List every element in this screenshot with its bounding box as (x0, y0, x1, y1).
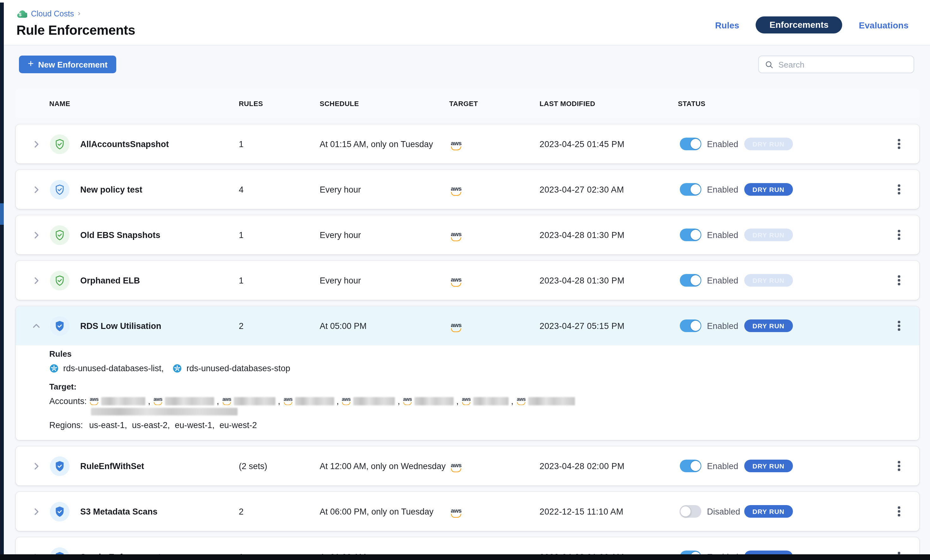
row-menu-button[interactable] (892, 181, 907, 198)
status-label: Disabled (707, 507, 742, 516)
row-menu-button[interactable] (892, 503, 907, 520)
chevron-right-icon (31, 185, 41, 194)
regions-label: Regions: (49, 420, 83, 430)
status-toggle[interactable] (680, 460, 701, 472)
status-label: Enabled (707, 185, 742, 194)
aws-logo-icon: aws (342, 397, 351, 405)
tab-rules[interactable]: Rules (715, 20, 739, 30)
status-toggle[interactable] (680, 274, 701, 287)
table-row: S3 Metadata Scans 2 At 06:00 PM, only on… (16, 492, 919, 531)
table-row: New policy test 4 Every hour aws 2023-04… (16, 170, 919, 209)
new-enforcement-button[interactable]: + New Enforcement (19, 55, 116, 73)
row-menu-button[interactable] (892, 226, 907, 244)
page-header: $ Cloud Costs › Rule Enforcements Rules … (4, 0, 930, 46)
status-label: Enabled (707, 321, 742, 330)
status-label: Enabled (707, 230, 742, 239)
region-name: eu-west-1, (172, 420, 215, 430)
aws-logo-icon: aws (403, 397, 412, 405)
breadcrumb-cloud-costs-link[interactable]: Cloud Costs (31, 9, 74, 18)
toggle-knob (690, 275, 701, 286)
enforcement-shield-icon (50, 134, 69, 154)
dry-run-badge: DRY RUN (744, 319, 793, 332)
aws-logo-icon: aws (449, 323, 463, 332)
enforcement-shield-icon (50, 456, 69, 476)
aws-logo-icon: aws (154, 397, 162, 405)
last-modified: 2023-04-28 02:00 PM (540, 461, 678, 471)
tab-enforcements[interactable]: Enforcements (756, 17, 842, 34)
schedule-text: Every hour (320, 230, 449, 239)
enforcements-table: NAME RULES SCHEDULE TARGET LAST MODIFIED… (16, 88, 919, 560)
schedule-text: Every hour (320, 185, 449, 194)
dry-run-badge: DRY RUN (744, 505, 793, 518)
enforcement-name[interactable]: New policy test (80, 185, 239, 194)
table-row: Old EBS Snapshots 1 Every hour aws 2023-… (16, 215, 919, 255)
rules-count: 1 (239, 230, 320, 239)
dry-run-badge: DRY RUN (744, 460, 793, 472)
new-enforcement-label: New Enforcement (38, 60, 108, 69)
row-menu-button[interactable] (892, 135, 907, 153)
search-icon (764, 60, 774, 69)
chevron-right-icon (31, 139, 41, 149)
dry-run-badge: DRY RUN (744, 229, 793, 241)
search-input[interactable] (778, 60, 908, 69)
status-toggle[interactable] (680, 138, 701, 150)
dry-run-badge: DRY RUN (744, 183, 793, 196)
cloud-costs-icon: $ (17, 10, 27, 18)
rule-chip[interactable]: rds-unused-databases-stop (172, 364, 290, 373)
expand-row-button[interactable] (28, 182, 44, 197)
svg-text:$: $ (19, 12, 22, 17)
enforcement-shield-icon (50, 502, 69, 521)
enforcement-shield-icon (50, 316, 69, 336)
table-row: RDS Low Utilisation 2 At 05:00 PM aws 20… (16, 306, 919, 440)
collapsed-sidebar-strip[interactable] (0, 3, 4, 560)
status-toggle[interactable] (680, 319, 701, 332)
expand-row-button[interactable] (28, 273, 44, 288)
aws-logo-icon: aws (449, 186, 463, 196)
status-toggle[interactable] (680, 229, 701, 241)
enforcement-shield-icon (50, 270, 69, 290)
enforcement-name[interactable]: Old EBS Snapshots (80, 230, 239, 239)
expand-row-button[interactable] (28, 318, 44, 333)
rules-count: 2 (239, 507, 320, 516)
enforcement-name[interactable]: Orphaned ELB (80, 276, 239, 285)
enforcement-name[interactable]: AllAccountsSnapshot (80, 139, 239, 149)
row-menu-button[interactable] (892, 272, 907, 289)
aws-logo-icon: aws (90, 397, 98, 405)
toggle-knob (690, 320, 701, 331)
search-box[interactable] (758, 55, 914, 73)
aws-logo-icon: aws (517, 397, 525, 405)
rules-section-label: Rules (49, 349, 907, 359)
row-menu-button[interactable] (892, 317, 907, 334)
dry-run-badge: DRY RUN (744, 274, 793, 287)
last-modified: 2022-12-15 11:10 AM (540, 507, 678, 516)
last-modified: 2023-04-28 01:30 PM (540, 230, 678, 239)
app-window: $ Cloud Costs › Rule Enforcements Rules … (0, 0, 930, 560)
table-row: AllAccountsSnapshot 1 At 01:15 AM, only … (16, 124, 919, 164)
status-toggle[interactable] (680, 505, 701, 518)
separator: , (278, 396, 280, 406)
redacted-account-chip: aws (342, 396, 395, 406)
tab-evaluations[interactable]: Evaluations (859, 20, 908, 30)
schedule-text: Every hour (320, 276, 449, 285)
rules-count: 1 (239, 139, 320, 149)
rule-chip[interactable]: rds-unused-databases-list, (49, 364, 164, 373)
target-section-label: Target: (49, 382, 907, 391)
accounts-label: Accounts: (49, 396, 87, 406)
breadcrumb-chevron-icon: › (78, 9, 80, 18)
toggle-knob (690, 138, 701, 150)
expand-row-button[interactable] (28, 137, 44, 152)
rule-name: rds-unused-databases-stop (186, 364, 290, 373)
enforcement-name[interactable]: RuleEnfWithSet (80, 461, 239, 471)
column-header-schedule: SCHEDULE (320, 100, 449, 107)
expand-row-button[interactable] (28, 504, 44, 519)
table-body: AllAccountsSnapshot 1 At 01:15 AM, only … (16, 124, 919, 560)
expand-row-button[interactable] (28, 227, 44, 242)
enforcement-name[interactable]: RDS Low Utilisation (80, 321, 239, 330)
expand-row-button[interactable] (28, 458, 44, 474)
redacted-account-chip: aws (516, 396, 574, 406)
row-menu-button[interactable] (892, 457, 907, 475)
table-row: Orphaned ELB 1 Every hour aws 2023-04-28… (16, 261, 919, 300)
separator: , (398, 396, 400, 406)
enforcement-name[interactable]: S3 Metadata Scans (80, 507, 239, 516)
status-toggle[interactable] (680, 183, 701, 196)
